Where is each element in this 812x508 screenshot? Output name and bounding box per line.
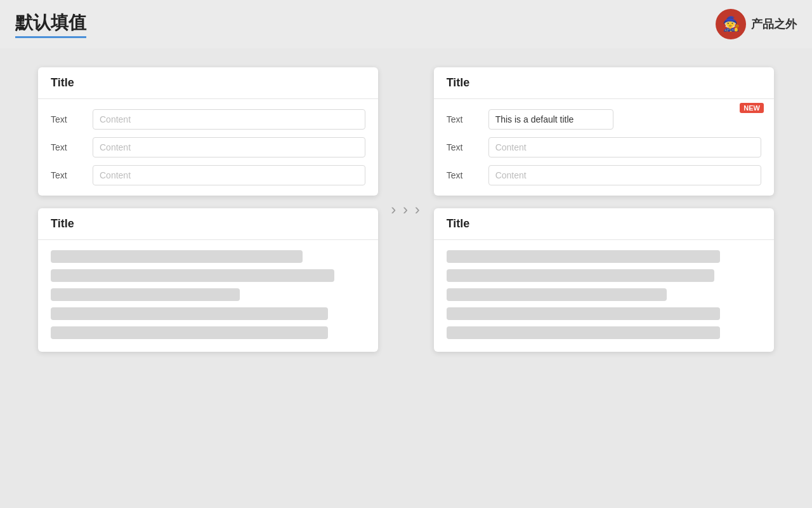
page-title: 默认填值 (15, 11, 86, 38)
form-row: Text (51, 165, 365, 185)
bot-left-card-header: Title (38, 208, 378, 240)
top-left-card: Title Text Text Text (38, 67, 378, 196)
skeleton-bar (447, 288, 667, 301)
form-label: Text (51, 142, 82, 152)
form-label: Text (447, 114, 478, 124)
skeleton-bar (51, 269, 334, 282)
top-right-card-body: Text NEW Text Text (434, 99, 774, 196)
form-input[interactable] (93, 165, 365, 185)
bot-right-card-title: Title (447, 217, 470, 230)
bot-right-card: Title (434, 208, 774, 352)
top-left-card-body: Text Text Text (38, 99, 378, 196)
skeleton-bar (51, 250, 303, 263)
top-right-card: Title Text NEW Text Text (434, 67, 774, 196)
bot-right-card-body (434, 240, 774, 352)
bot-left-card-title: Title (51, 217, 74, 230)
brand-name: 产品之外 (751, 17, 797, 32)
bot-right-card-header: Title (434, 208, 774, 240)
form-label: Text (447, 142, 478, 152)
form-row: Text (447, 137, 761, 157)
skeleton-bar (51, 288, 240, 301)
header: 默认填值 🧙 产品之外 (0, 0, 812, 48)
top-left-card-title: Title (51, 76, 74, 89)
top-right-card-header: Title (434, 67, 774, 99)
skeleton-bar (51, 326, 328, 339)
skeleton-bar (51, 307, 328, 320)
bot-left-card-body (38, 240, 378, 352)
form-label: Text (51, 114, 82, 124)
main-content: Title Text Text Text › › › Title (0, 48, 812, 371)
form-input[interactable] (488, 137, 761, 157)
bot-left-card: Title (38, 208, 378, 352)
form-row: Text (447, 165, 761, 185)
new-badge: NEW (740, 103, 764, 113)
skeleton-bar (447, 326, 721, 339)
default-title-input[interactable] (488, 109, 613, 130)
top-right-card-title: Title (447, 76, 470, 89)
input-wrapper-with-badge: NEW (488, 109, 761, 130)
skeleton-bar (447, 250, 721, 263)
form-label: Text (447, 170, 478, 180)
form-input[interactable] (93, 109, 365, 130)
form-row: Text (51, 109, 365, 130)
top-left-card-header: Title (38, 67, 378, 99)
skeleton-bar (447, 269, 714, 282)
form-row-default: Text NEW (447, 109, 761, 130)
arrow-area: › › › (391, 201, 421, 218)
avatar-emoji: 🧙 (723, 16, 740, 32)
avatar: 🧙 (716, 9, 746, 39)
arrows-symbol: › › › (391, 201, 421, 218)
form-row: Text (51, 137, 365, 157)
form-input[interactable] (93, 137, 365, 157)
brand-area: 🧙 产品之外 (716, 9, 797, 39)
form-label: Text (51, 170, 82, 180)
form-input[interactable] (488, 165, 761, 185)
skeleton-bar (447, 307, 721, 320)
